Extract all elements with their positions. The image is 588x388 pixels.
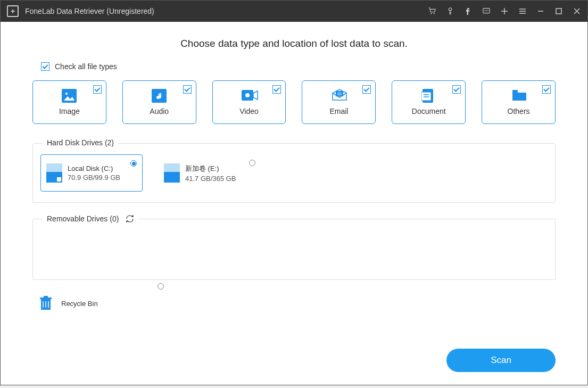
facebook-icon[interactable]: [464, 7, 473, 15]
footer: Scan: [1, 349, 587, 385]
hdd-drives-row: Local Disk (C:) 70.9 GB/99.9 GB 新加卷 (E:)…: [40, 154, 548, 192]
filetype-card-audio[interactable]: Audio: [122, 80, 196, 124]
svg-point-12: [245, 93, 250, 97]
hdd-legend: Hard Disk Drives (2): [43, 138, 118, 147]
filetype-checkbox-document[interactable]: [452, 85, 461, 94]
filetype-grid: Image Audio Video Em: [32, 80, 556, 124]
document-icon: [421, 89, 436, 103]
feedback-icon[interactable]: [482, 7, 491, 15]
hdd-section: Hard Disk Drives (2) Local Disk (C:) 70.…: [32, 143, 556, 203]
drive-name: Local Disk (C:): [68, 164, 120, 172]
filetype-label: Video: [239, 107, 259, 115]
drive-name: 新加卷 (E:): [185, 164, 236, 174]
filetype-checkbox-image[interactable]: [93, 85, 102, 94]
svg-rect-13: [336, 91, 343, 96]
svg-point-1: [433, 13, 434, 14]
svg-point-0: [430, 13, 432, 14]
recycle-bin-row[interactable]: Recycle Bin: [40, 296, 133, 311]
page-heading: Choose data type and location of lost da…: [32, 38, 556, 49]
filetype-card-image[interactable]: Image: [32, 80, 106, 124]
filetype-checkbox-email[interactable]: [362, 85, 371, 94]
cart-icon[interactable]: [428, 7, 436, 15]
filetype-label: Email: [329, 107, 348, 115]
email-icon: [332, 89, 346, 103]
video-icon: [242, 89, 256, 103]
trash-icon: [40, 296, 52, 311]
filetype-checkbox-audio[interactable]: [183, 85, 192, 94]
drive-card-e[interactable]: 新加卷 (E:) 41.7 GB/365 GB: [159, 154, 261, 192]
filetype-label: Document: [412, 107, 446, 115]
filetype-card-video[interactable]: Video: [212, 80, 286, 124]
audio-icon: [152, 89, 167, 103]
removable-section: Removable Drives (0): [32, 219, 556, 280]
app-window: + FoneLab Data Retriever (Unregistered): [0, 0, 588, 385]
drive-info: 新加卷 (E:) 41.7 GB/365 GB: [185, 164, 236, 183]
drive-icon: [46, 163, 62, 183]
minimize-icon[interactable]: [536, 7, 545, 15]
titlebar-controls: [428, 7, 581, 15]
filetype-card-others[interactable]: Others: [482, 80, 556, 124]
check-all-row: Check all file types: [41, 62, 556, 71]
svg-rect-16: [512, 90, 518, 92]
drive-size: 70.9 GB/99.9 GB: [68, 174, 120, 181]
svg-rect-15: [421, 92, 431, 101]
plus-icon[interactable]: [500, 7, 509, 15]
removable-legend: Removable Drives (0): [43, 214, 139, 224]
main-content: Choose data type and location of lost da…: [1, 22, 587, 349]
svg-point-4: [484, 10, 485, 11]
svg-point-6: [487, 10, 488, 11]
recycle-label: Recycle Bin: [61, 300, 98, 308]
close-icon[interactable]: [573, 7, 581, 15]
svg-point-5: [486, 10, 487, 11]
menu-icon[interactable]: [518, 7, 527, 15]
drive-size: 41.7 GB/365 GB: [185, 175, 236, 183]
filetype-label: Others: [508, 107, 530, 115]
filetype-card-email[interactable]: Email: [302, 80, 376, 124]
image-icon: [62, 89, 77, 103]
svg-rect-8: [62, 89, 77, 103]
filetype-label: Audio: [150, 107, 169, 115]
app-title: FoneLab Data Retriever (Unregistered): [25, 7, 428, 15]
key-icon[interactable]: [446, 7, 454, 15]
drive-icon: [164, 163, 180, 183]
svg-point-9: [65, 93, 68, 95]
titlebar: + FoneLab Data Retriever (Unregistered): [1, 1, 587, 22]
drive-info: Local Disk (C:) 70.9 GB/99.9 GB: [68, 164, 120, 181]
svg-rect-19: [44, 296, 48, 298]
maximize-icon[interactable]: [554, 7, 563, 15]
filetype-checkbox-video[interactable]: [272, 85, 281, 94]
folder-icon: [511, 89, 526, 103]
svg-rect-18: [40, 298, 52, 299]
refresh-icon[interactable]: [125, 214, 135, 224]
drive-radio-e[interactable]: [249, 160, 255, 166]
scan-button[interactable]: Scan: [446, 349, 556, 372]
check-all-label: Check all file types: [55, 62, 117, 71]
drive-radio-c[interactable]: [130, 160, 137, 167]
filetype-label: Image: [59, 107, 80, 115]
svg-rect-7: [556, 9, 561, 14]
check-all-checkbox[interactable]: [41, 62, 49, 71]
app-logo-icon: +: [7, 5, 19, 17]
drive-card-c[interactable]: Local Disk (C:) 70.9 GB/99.9 GB: [40, 154, 143, 192]
recycle-radio[interactable]: [158, 283, 164, 290]
removable-legend-text: Removable Drives (0): [47, 214, 119, 223]
filetype-checkbox-others[interactable]: [542, 85, 551, 94]
filetype-card-document[interactable]: Document: [392, 80, 466, 124]
svg-point-2: [449, 8, 451, 11]
